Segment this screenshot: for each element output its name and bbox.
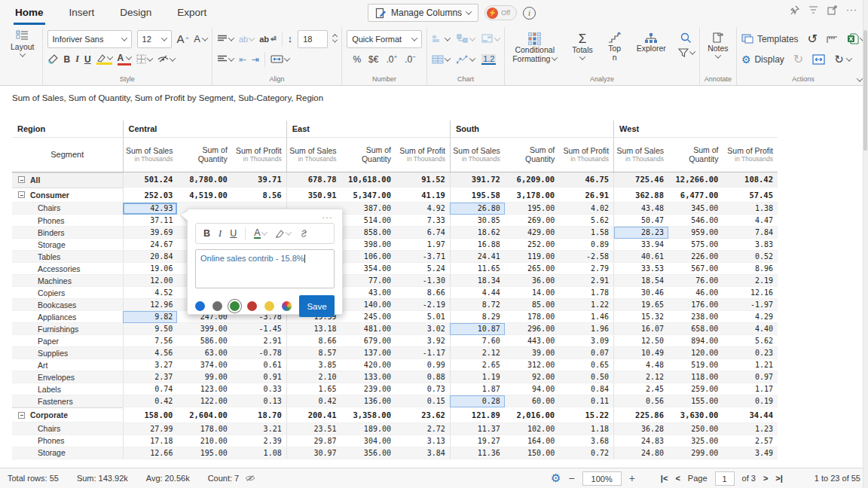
explorer-button[interactable]: Explorer [634, 31, 669, 54]
cell[interactable]: 1.97 [396, 239, 450, 251]
cell[interactable]: 30.46 [614, 287, 668, 299]
number-format-badge[interactable]: 1.2 [481, 54, 496, 65]
cell[interactable]: 1.65 [286, 383, 341, 395]
cell[interactable]: 46.00 [668, 287, 723, 299]
cell[interactable]: 0.07 [559, 347, 613, 359]
cell[interactable]: 200.41 [286, 407, 341, 423]
measure-header[interactable]: Sum of Profitin Thousands [232, 137, 286, 172]
merge-labels-icon[interactable]: ab [239, 35, 254, 44]
cell[interactable]: 24.83 [614, 435, 668, 447]
cell[interactable]: 1.58 [559, 227, 613, 239]
measure-header[interactable]: Sum of Profitin Thousands [559, 137, 613, 172]
cell[interactable]: 2.57 [723, 435, 778, 447]
cell[interactable]: -3.71 [396, 251, 450, 263]
region-header[interactable]: East [286, 120, 450, 137]
conditional-formatting-button[interactable]: Conditional Formatting [509, 31, 560, 65]
cell[interactable]: 4.40 [723, 323, 778, 335]
cell[interactable]: 225.86 [614, 407, 668, 423]
bold-icon[interactable]: B [203, 228, 210, 239]
cell[interactable]: 5.01 [396, 311, 450, 323]
decrease-decimal-icon[interactable]: .0− [405, 53, 416, 65]
cell[interactable]: 210.00 [177, 435, 231, 447]
cell[interactable]: 354.00 [341, 263, 396, 275]
fit-width-icon[interactable] [812, 54, 825, 65]
cell[interactable]: -2.58 [559, 251, 613, 263]
cell[interactable]: 245.00 [341, 311, 396, 323]
templates-button[interactable]: Templates [741, 34, 799, 44]
cell[interactable]: 239.00 [341, 383, 396, 395]
cell[interactable]: 195.00 [505, 203, 559, 215]
cell[interactable]: 8,780.00 [177, 172, 231, 188]
comment-input[interactable]: Online sales contrib - 15.8% [195, 249, 335, 288]
redo-icon[interactable]: ↻ [793, 52, 803, 66]
cell[interactable]: 10.49 [614, 347, 668, 359]
zoom-level-input[interactable]: 100% [582, 471, 622, 486]
ruler-icon[interactable] [827, 34, 838, 44]
cell[interactable]: 37.11 [123, 215, 177, 227]
cell[interactable]: 8.57 [286, 347, 341, 359]
cell[interactable]: 0.50 [559, 371, 613, 383]
cell[interactable]: 2.12 [614, 371, 668, 383]
undo-icon[interactable]: ↺ [808, 32, 818, 46]
cell[interactable]: 12,266.00 [668, 172, 723, 188]
cell[interactable]: 1.21 [723, 359, 778, 371]
layout-chart-icon[interactable] [481, 34, 500, 44]
cell[interactable]: 1.46 [559, 311, 613, 323]
cell[interactable]: 501.24 [123, 172, 177, 188]
cell[interactable]: -2.19 [396, 299, 450, 311]
cell[interactable]: 0.72 [559, 447, 613, 459]
cell[interactable]: 57.45 [723, 188, 778, 203]
row-label[interactable]: Storage [12, 447, 123, 459]
cell[interactable]: 77.00 [341, 275, 396, 287]
cell[interactable]: 5,347.00 [341, 188, 396, 203]
cell[interactable]: 3.21 [232, 422, 286, 435]
cell[interactable]: 178.00 [505, 311, 559, 323]
cell[interactable]: 46.75 [559, 172, 613, 188]
cell[interactable]: 2,604.00 [177, 407, 231, 423]
cell[interactable]: 345.00 [668, 203, 723, 215]
cell[interactable]: 118.00 [668, 371, 723, 383]
cell[interactable]: 398.00 [341, 239, 396, 251]
cell[interactable]: 18.62 [450, 227, 504, 239]
cell[interactable]: 136.00 [341, 395, 396, 407]
cell[interactable]: 91.52 [396, 172, 450, 188]
row-label[interactable]: Machines [12, 275, 123, 287]
cell[interactable]: 8.66 [396, 287, 450, 299]
cell[interactable]: 8.56 [232, 188, 286, 203]
cell[interactable]: 399.00 [177, 323, 231, 335]
cell[interactable]: 16.88 [450, 239, 504, 251]
comment-color-dot[interactable] [230, 301, 240, 311]
underline-icon[interactable]: U [84, 54, 91, 65]
cell[interactable]: 36.28 [614, 422, 668, 435]
comment-color-dot[interactable] [282, 301, 292, 311]
cell[interactable]: 2.91 [232, 335, 286, 347]
settings-gear-icon[interactable]: ⚙ [551, 471, 561, 485]
cell[interactable]: 959.00 [668, 227, 723, 239]
underline-icon[interactable]: U [230, 228, 237, 239]
cell[interactable]: 26.80 [450, 203, 504, 215]
cell[interactable]: 15.22 [559, 407, 613, 423]
refresh-icon[interactable]: ↻ [834, 53, 851, 66]
cell[interactable]: 39.00 [505, 347, 559, 359]
cell[interactable]: 30.97 [286, 447, 341, 459]
cell[interactable]: 85.00 [505, 299, 559, 311]
cell[interactable]: 586.00 [177, 335, 231, 347]
row-label[interactable]: Art [12, 359, 123, 371]
cell[interactable]: 3.27 [123, 359, 177, 371]
cell[interactable]: 0.23 [723, 347, 778, 359]
cell[interactable]: 0.84 [559, 383, 613, 395]
cell[interactable]: 2.12 [450, 347, 504, 359]
cell[interactable]: 2.19 [723, 275, 778, 287]
cell[interactable]: 252.00 [505, 239, 559, 251]
highlight-color-icon[interactable] [96, 54, 112, 65]
cell[interactable]: 0.28 [450, 395, 504, 407]
cell[interactable]: 12.16 [723, 287, 778, 299]
cell[interactable]: 99.00 [177, 371, 231, 383]
increase-decimal-icon[interactable]: .0+ [386, 53, 397, 65]
cell[interactable]: 0.56 [614, 395, 668, 407]
indent-right-icon[interactable]: ⇥ [252, 54, 259, 65]
cell[interactable]: -1.45 [232, 323, 286, 335]
cell[interactable]: 356.00 [341, 447, 396, 459]
cell[interactable]: 24.80 [614, 447, 668, 459]
cell[interactable]: 420.00 [341, 359, 396, 371]
